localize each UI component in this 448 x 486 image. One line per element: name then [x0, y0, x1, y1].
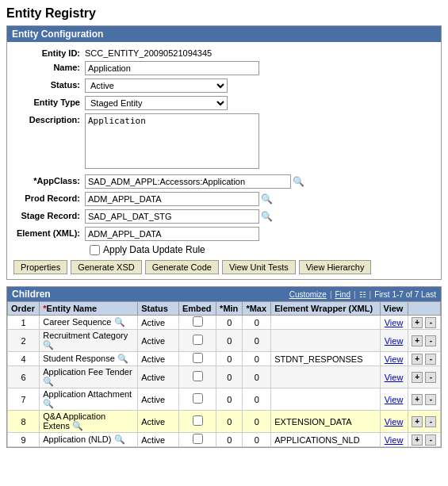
- cell-entity-name: Application Fee Tender 🔍: [40, 366, 138, 388]
- remove-row-button[interactable]: -: [425, 394, 436, 405]
- remove-row-button[interactable]: -: [425, 335, 436, 346]
- entity-config-section: Entity Configuration Entity ID: SCC_ENTI…: [6, 25, 442, 280]
- col-header-wrapper: Element Wrapper (XML): [271, 302, 380, 316]
- stage-record-value: 🔍: [85, 209, 435, 224]
- appclass-input[interactable]: [85, 174, 291, 189]
- view-link[interactable]: View: [385, 373, 404, 382]
- element-xml-input[interactable]: [85, 227, 259, 241]
- table-row: 1 Career Sequence 🔍 Active 0 0 View + -: [8, 316, 441, 330]
- cell-wrapper: EXTENSION_DATA: [271, 411, 380, 433]
- remove-row-button[interactable]: -: [425, 372, 436, 383]
- customize-link[interactable]: Customize: [289, 290, 327, 299]
- entity-type-select[interactable]: Staged Entity Live Entity: [85, 96, 228, 110]
- entity-name-text: Career Sequence: [43, 317, 111, 327]
- table-row: 7 Application Attachment 🔍 Active 0 0 Vi…: [8, 388, 441, 411]
- status-select[interactable]: Active Inactive: [85, 78, 228, 93]
- stage-record-row: Stage Record: 🔍: [13, 209, 435, 224]
- remove-row-button[interactable]: -: [425, 354, 436, 365]
- view-unit-tests-button[interactable]: View Unit Tests: [222, 260, 296, 274]
- apply-data-update-row: Apply Data Update Rule: [90, 244, 435, 255]
- view-link[interactable]: View: [385, 395, 404, 404]
- cell-status: Active: [138, 433, 179, 447]
- prod-record-value: 🔍: [85, 192, 435, 206]
- embed-checkbox[interactable]: [193, 335, 203, 345]
- cell-embed: [178, 411, 216, 433]
- name-label: Name:: [13, 61, 85, 72]
- col-header-status: Status: [138, 302, 179, 316]
- apply-data-update-checkbox[interactable]: [90, 245, 100, 255]
- entity-name-text: Application (NLD): [43, 434, 111, 444]
- appclass-value: 🔍: [85, 174, 435, 189]
- cell-view: View: [380, 411, 408, 433]
- appclass-search-icon[interactable]: 🔍: [293, 176, 304, 187]
- entity-name-search-icon[interactable]: 🔍: [117, 354, 128, 363]
- embed-checkbox[interactable]: [193, 434, 203, 444]
- cell-min: 0: [216, 316, 243, 330]
- col-header-min: *Min: [216, 302, 243, 316]
- view-hierarchy-button[interactable]: View Hierarchy: [299, 260, 372, 274]
- add-row-button[interactable]: +: [412, 317, 423, 328]
- entity-name-search-icon[interactable]: 🔍: [43, 377, 54, 386]
- cell-max: 0: [243, 433, 271, 447]
- embed-checkbox[interactable]: [193, 415, 203, 426]
- stage-record-field-group: 🔍: [85, 209, 435, 224]
- remove-row-button[interactable]: -: [425, 434, 436, 446]
- embed-checkbox[interactable]: [193, 371, 203, 381]
- embed-checkbox[interactable]: [193, 316, 203, 327]
- cell-actions: + -: [408, 316, 440, 330]
- description-value: Application: [85, 113, 435, 171]
- cell-max: 0: [243, 411, 271, 433]
- properties-button[interactable]: Properties: [13, 260, 67, 274]
- children-header: Children Customize | Find | ☷ | First 1-…: [7, 287, 441, 301]
- entity-name-search-icon[interactable]: 🔍: [43, 340, 54, 350]
- col-header-actions: [408, 302, 440, 316]
- view-link[interactable]: View: [385, 318, 404, 327]
- cell-view: View: [380, 330, 408, 352]
- entity-config-body: Entity ID: SCC_ENTITY_20090521094345 Nam…: [7, 42, 441, 279]
- view-link[interactable]: View: [385, 417, 404, 427]
- cell-wrapper: [271, 388, 380, 411]
- page-title: Entity Registry: [6, 6, 442, 21]
- cell-status: Active: [138, 316, 179, 330]
- add-row-button[interactable]: +: [412, 394, 423, 405]
- cell-min: 0: [216, 411, 243, 433]
- entity-name-search-icon[interactable]: 🔍: [114, 434, 125, 444]
- description-textarea[interactable]: Application: [85, 113, 259, 169]
- add-row-button[interactable]: +: [412, 372, 423, 383]
- remove-row-button[interactable]: -: [425, 317, 436, 328]
- add-row-button[interactable]: +: [412, 416, 423, 427]
- prod-record-input[interactable]: [85, 192, 259, 206]
- status-value: Active Inactive: [85, 78, 435, 93]
- generate-code-button[interactable]: Generate Code: [145, 260, 219, 274]
- add-row-button[interactable]: +: [412, 354, 423, 365]
- description-row: Description: Application: [13, 113, 435, 171]
- view-link[interactable]: View: [385, 435, 404, 445]
- find-link[interactable]: Find: [335, 290, 350, 299]
- col-header-view: View: [380, 302, 408, 316]
- prod-record-search-icon[interactable]: 🔍: [261, 193, 273, 205]
- generate-xsd-button[interactable]: Generate XSD: [71, 260, 142, 274]
- stage-record-search-icon[interactable]: 🔍: [261, 211, 273, 222]
- col-header-order: Order: [8, 302, 40, 316]
- grid-icon[interactable]: ☷: [359, 290, 366, 299]
- cell-entity-name: Q&A Application Extens 🔍: [40, 411, 138, 433]
- remove-row-button[interactable]: -: [425, 416, 436, 427]
- children-section: Children Customize | Find | ☷ | First 1-…: [6, 286, 442, 448]
- col-header-embed: Embed: [178, 302, 216, 316]
- entity-name-search-icon[interactable]: 🔍: [43, 399, 54, 408]
- name-input[interactable]: [85, 61, 259, 75]
- cell-order: 4: [8, 352, 40, 366]
- entity-name-search-icon[interactable]: 🔍: [72, 421, 83, 431]
- children-table-body: 1 Career Sequence 🔍 Active 0 0 View + - …: [8, 316, 441, 447]
- view-link[interactable]: View: [385, 336, 404, 346]
- view-link[interactable]: View: [385, 354, 404, 364]
- stage-record-input[interactable]: [85, 209, 259, 224]
- add-row-button[interactable]: +: [412, 434, 423, 446]
- add-row-button[interactable]: +: [412, 335, 423, 346]
- cell-actions: + -: [408, 411, 440, 433]
- appclass-label: *AppClass:: [13, 174, 85, 186]
- entity-name-search-icon[interactable]: 🔍: [114, 317, 125, 327]
- element-xml-value: [85, 227, 435, 241]
- embed-checkbox[interactable]: [193, 393, 203, 404]
- embed-checkbox[interactable]: [193, 353, 203, 363]
